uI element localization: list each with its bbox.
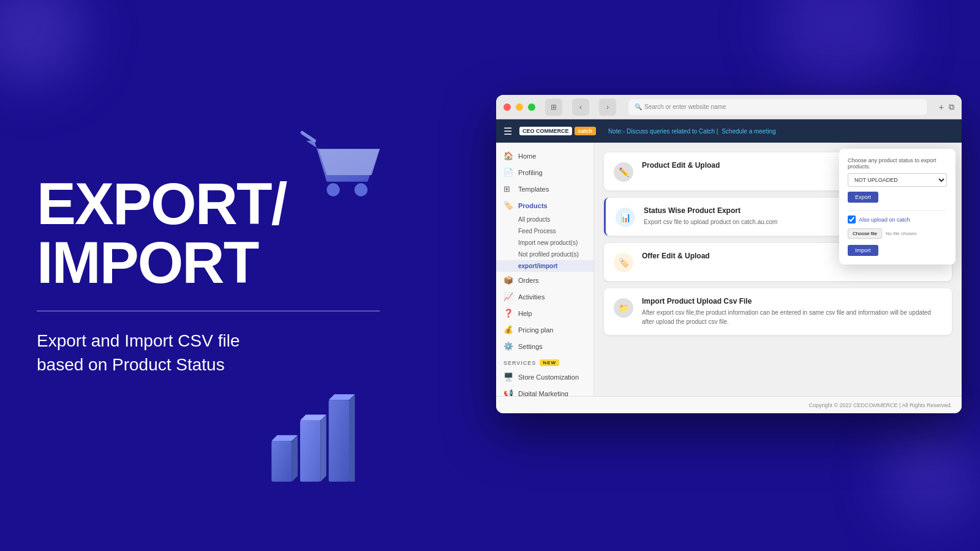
choose-file-button[interactable]: Choose file <box>848 228 882 239</box>
minimize-button[interactable] <box>516 103 523 111</box>
pricing-icon: 💰 <box>503 325 513 334</box>
status-wise-title: Status Wise Product Export <box>644 206 777 215</box>
orders-icon: 📦 <box>503 276 513 285</box>
sidebar-item-help[interactable]: ❓ Help <box>496 305 594 321</box>
svg-marker-8 <box>320 414 326 481</box>
copy-icon[interactable]: ⧉ <box>949 102 954 112</box>
cart-3d-icon <box>294 116 392 214</box>
import-csv-icon: 📁 <box>614 298 633 318</box>
sidebar-item-pricing[interactable]: 💰 Pricing plan <box>496 321 594 338</box>
sidebar-sub-export-import[interactable]: export/import <box>496 260 594 272</box>
svg-rect-9 <box>329 400 349 481</box>
export-import-popup: Choose any product status to export prod… <box>839 149 956 264</box>
address-bar[interactable]: 🔍 Search or enter website name <box>628 99 927 115</box>
svg-line-2 <box>302 133 314 141</box>
store-label: Store Customization <box>518 373 579 381</box>
settings-icon: ⚙️ <box>503 342 513 351</box>
svg-point-0 <box>326 183 339 196</box>
sidebar-item-settings[interactable]: ⚙️ Settings <box>496 338 594 354</box>
also-upload-checkbox[interactable] <box>848 216 856 223</box>
profiling-icon: 📄 <box>503 168 513 177</box>
sidebar-item-orders[interactable]: 📦 Orders <box>496 272 594 288</box>
orders-label: Orders <box>518 277 539 284</box>
popup-divider <box>848 210 947 211</box>
bg-decoration-3 <box>882 429 980 527</box>
app-content: ☰ CEO COMMERCE catch Note:- Discuss quer… <box>496 119 962 413</box>
marketing-icon: 📢 <box>503 389 513 396</box>
also-upload-row: Also upload on catch <box>848 216 947 223</box>
services-title: SERVICES <box>503 360 536 366</box>
svg-rect-3 <box>271 441 292 482</box>
sidebar-label-profiling: Profiling <box>518 169 543 176</box>
maximize-button[interactable] <box>528 103 535 111</box>
svg-point-1 <box>355 183 368 196</box>
status-select[interactable]: NOT UPLOADED <box>848 173 947 187</box>
app-body: 🏠 Home 📄 Profiling ⊞ Templates 🏷️ Produc… <box>496 143 962 396</box>
sidebar-item-home[interactable]: 🏠 Home <box>496 148 594 164</box>
add-tab-icon[interactable]: + <box>939 102 944 112</box>
store-icon: 🖥️ <box>503 372 513 381</box>
app-topbar: ☰ CEO COMMERCE catch Note:- Discuss quer… <box>496 119 962 143</box>
pricing-label: Pricing plan <box>518 326 553 334</box>
sidebar-item-products[interactable]: 🏷️ Products <box>496 197 594 214</box>
logo-box: CEO COMMERCE <box>519 127 572 135</box>
sidebar-sub-not-profiled[interactable]: Not profiled product(s) <box>496 249 594 260</box>
sidebar-item-digital-marketing[interactable]: 📢 Digital Marketing <box>496 385 594 396</box>
status-wise-desc: Export csv file to upload product on cat… <box>644 217 777 227</box>
offer-edit-title: Offer Edit & Upload <box>642 252 710 260</box>
export-button[interactable]: Export <box>848 192 878 203</box>
product-edit-icon: ✏️ <box>614 162 633 182</box>
sidebar-item-templates[interactable]: ⊞ Templates <box>496 181 594 197</box>
svg-marker-11 <box>349 394 355 482</box>
main-area: ✏️ Product Edit & Upload 📊 Status Wise P… <box>594 143 962 396</box>
back-icon[interactable]: ‹ <box>572 99 589 116</box>
sidebar-toggle-icon[interactable]: ⊞ <box>545 99 562 116</box>
import-csv-title: Import Product Upload Csv File <box>642 297 942 305</box>
browser-window: ⊞ ‹ › 🔍 Search or enter website name + ⧉… <box>496 95 962 413</box>
close-button[interactable] <box>503 103 511 111</box>
forward-icon[interactable]: › <box>599 99 616 116</box>
feed-process-label: Feed Process <box>518 228 556 234</box>
sidebar-item-store-customization[interactable]: 🖥️ Store Customization <box>496 369 594 385</box>
sidebar-sub-all-products[interactable]: All products <box>496 214 594 225</box>
chart-3d-icon <box>263 392 361 490</box>
hamburger-icon[interactable]: ☰ <box>503 126 512 137</box>
sidebar-item-profiling[interactable]: 📄 Profiling <box>496 164 594 181</box>
sidebar-sub-feed-process[interactable]: Feed Process <box>496 225 594 237</box>
footer-copyright: Copyright © 2022 CEDCOMMERCE | All Right… <box>809 402 952 408</box>
import-csv-desc: After export csv file,the product inform… <box>642 308 942 326</box>
topbar-link[interactable]: Schedule a meeting <box>722 128 775 135</box>
export-import-label: export/import <box>518 263 557 269</box>
product-edit-content: Product Edit & Upload <box>642 161 720 172</box>
app-footer: Copyright © 2022 CEDCOMMERCE | All Right… <box>496 396 962 413</box>
import-csv-content: Import Product Upload Csv File After exp… <box>642 297 942 326</box>
sidebar-sub-import-new[interactable]: Import new product(s) <box>496 237 594 249</box>
no-file-text: No file chosen <box>886 231 917 236</box>
address-bar-text: Search or enter website name <box>644 103 726 110</box>
sidebar-label-products: Products <box>518 202 548 209</box>
catch-label: catch <box>578 128 593 134</box>
home-icon: 🏠 <box>503 151 513 160</box>
import-button[interactable]: Import <box>848 245 878 256</box>
sidebar: 🏠 Home 📄 Profiling ⊞ Templates 🏷️ Produc… <box>496 143 594 396</box>
browser-chrome: ⊞ ‹ › 🔍 Search or enter website name + ⧉ <box>496 95 962 119</box>
popup-label: Choose any product status to export prod… <box>848 157 947 170</box>
also-upload-label: Also upload on catch <box>859 217 910 223</box>
new-badge: NEW <box>540 359 559 366</box>
activities-label: Activities <box>518 293 545 301</box>
catch-badge: catch <box>575 127 597 135</box>
offer-edit-content: Offer Edit & Upload <box>642 252 710 263</box>
import-csv-card: 📁 Import Product Upload Csv File After e… <box>604 288 952 335</box>
offer-edit-icon: 🏷️ <box>614 253 633 272</box>
sidebar-item-activities[interactable]: 📈 Activities <box>496 288 594 305</box>
svg-marker-5 <box>292 435 298 482</box>
file-upload-row: Choose file No file chosen <box>848 228 947 239</box>
all-products-label: All products <box>518 216 550 223</box>
sidebar-label-home: Home <box>518 152 536 160</box>
activities-icon: 📈 <box>503 292 513 301</box>
title-divider <box>37 310 380 312</box>
topbar-note: Note:- Discuss queries related to Catch … <box>608 128 776 135</box>
help-label: Help <box>518 310 532 317</box>
logo-text: CEO COMMERCE <box>522 128 569 134</box>
sidebar-label-templates: Templates <box>518 186 549 193</box>
